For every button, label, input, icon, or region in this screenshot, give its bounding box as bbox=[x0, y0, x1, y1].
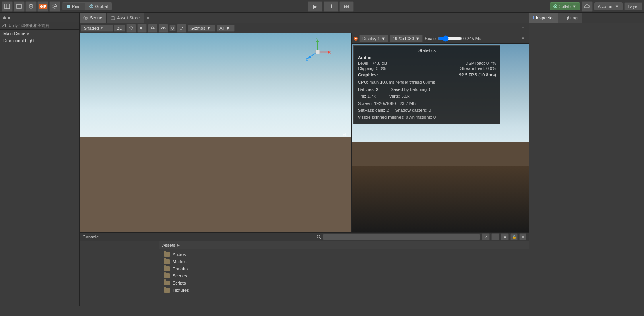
global-button[interactable]: Global bbox=[85, 3, 112, 10]
stats-setpass-row: SetPass calls: 2 Shadow casters: 0 bbox=[358, 107, 496, 114]
assets-file-list: Audios Models Prefabs Scenes bbox=[159, 249, 529, 306]
stats-cpu: CPU: main 10.8ms render thread 0.4ms bbox=[358, 79, 496, 86]
scene-ground bbox=[80, 137, 351, 232]
assets-search-input[interactable] bbox=[323, 234, 480, 240]
scene-effects-icon[interactable] bbox=[148, 24, 157, 33]
svg-rect-32 bbox=[316, 50, 320, 54]
tab-lighting[interactable]: Lighting bbox=[558, 13, 582, 23]
svg-rect-17 bbox=[111, 17, 115, 20]
gif-badge: GIF bbox=[39, 4, 47, 9]
right-tab-bar: ℹ Inspector Lighting bbox=[529, 13, 644, 23]
tab-inspector[interactable]: ℹ Inspector bbox=[529, 13, 558, 23]
tool-icon-settings[interactable] bbox=[49, 1, 60, 12]
pause-button[interactable]: ⏸ bbox=[324, 1, 338, 12]
scene-visibility-icon[interactable] bbox=[159, 24, 168, 33]
stats-tris-row: Tris: 1.7k Verts: 5.0k bbox=[358, 93, 496, 100]
folder-icon-prefabs bbox=[164, 266, 170, 271]
cloud-button[interactable] bbox=[582, 1, 593, 12]
stats-title: Statistics bbox=[358, 48, 496, 53]
asset-item-models[interactable]: Models bbox=[162, 258, 526, 265]
play-button[interactable]: ▶ bbox=[308, 1, 322, 12]
stats-detail: CPU: main 10.8ms render thread 0.4ms Bat… bbox=[358, 79, 496, 121]
shading-dropdown[interactable]: Shaded ▼ bbox=[81, 25, 113, 32]
tool-icon-3[interactable] bbox=[25, 1, 37, 12]
display-dropdown[interactable]: Display 1 ▼ bbox=[359, 35, 388, 42]
scene-audio-icon[interactable] bbox=[137, 24, 147, 33]
tool-icon-2[interactable] bbox=[14, 1, 25, 12]
scene-toolbar: Shaded ▼ 2D 0 Gizmos ▼ bbox=[80, 23, 529, 33]
resolution-dropdown[interactable]: 1920x1080 ▼ bbox=[390, 35, 422, 42]
scene-tab-menu[interactable]: ≡ bbox=[144, 13, 152, 23]
assets-menu-btn[interactable]: ≡ bbox=[519, 233, 526, 240]
all-dropdown[interactable]: All ▼ bbox=[217, 25, 235, 32]
folder-icon-scripts bbox=[164, 281, 170, 285]
2d-button[interactable]: 2D bbox=[114, 25, 125, 32]
scale-value: 0.245 bbox=[463, 36, 474, 41]
tab-scene[interactable]: Scene bbox=[80, 13, 107, 23]
stats-graphics-row: Graphics: 92.5 FPS (10.8ms) bbox=[358, 71, 496, 78]
svg-point-16 bbox=[85, 17, 87, 19]
scale-slider[interactable] bbox=[438, 36, 462, 41]
sidebar-item-light[interactable]: Directional Light bbox=[0, 37, 79, 44]
stats-clipping: Clipping: 0.0% bbox=[358, 66, 386, 71]
visibility-count: 0 bbox=[169, 25, 176, 31]
console-tab[interactable]: Console bbox=[80, 233, 159, 241]
search-icon bbox=[316, 235, 321, 239]
tab-bar-left: Scene Asset Store ≡ bbox=[80, 13, 529, 23]
tool-icon-group: GIF bbox=[2, 1, 60, 12]
asset-item-scripts[interactable]: Scripts bbox=[162, 279, 526, 287]
gizmos-dropdown[interactable]: Gizmos ▼ bbox=[188, 25, 215, 32]
lock-icon bbox=[2, 16, 6, 19]
sidebar-header: ≡ bbox=[0, 13, 79, 22]
left-sidebar: ≡ ε1. Unity性能优化相关前提 Main Camera Directio… bbox=[0, 13, 80, 306]
scene-toolbar-menu[interactable]: ≡ bbox=[519, 23, 527, 33]
stats-graphics-header: Graphics: bbox=[358, 72, 378, 77]
inspector-content bbox=[529, 23, 644, 306]
top-toolbar: GIF Pivot Global ▶ ⏸ ⏭ Collab ▼ bbox=[0, 0, 644, 13]
folder-icon-audios bbox=[164, 252, 170, 257]
assets-breadcrumb: Assets ▶ bbox=[159, 241, 529, 249]
sidebar-item-camera[interactable]: Main Camera bbox=[0, 30, 79, 37]
scale-label: Scale bbox=[424, 36, 437, 41]
bottom-area: Console ↗ ← ★ 🔒 ≡ bbox=[80, 232, 529, 306]
bottom-sidebar: Console bbox=[80, 233, 159, 306]
scene-view[interactable]: Y X Z ← Left bbox=[80, 33, 352, 232]
stats-batches-row: Batches: 2 Saved by batching: 0 bbox=[358, 86, 496, 93]
assets-toolbar: ↗ ← ★ 🔒 ≡ bbox=[159, 233, 529, 241]
assets-lock-btn[interactable]: 🔒 bbox=[510, 233, 518, 240]
assets-nav-back-btn[interactable]: ← bbox=[491, 233, 499, 240]
stats-level-row: Level: -74.8 dB DSP load: 0.7% bbox=[358, 61, 496, 66]
game-canvas[interactable]: Statistics Audio: Level: -74.8 dB DSP lo… bbox=[352, 44, 529, 232]
step-button[interactable]: ⏭ bbox=[339, 1, 354, 12]
assets-star-btn[interactable]: ★ bbox=[501, 233, 509, 240]
layer-button[interactable]: Layer bbox=[624, 2, 642, 10]
tool-icon-1[interactable] bbox=[2, 1, 13, 12]
collab-button[interactable]: Collab ▼ bbox=[550, 2, 580, 10]
scene-tab-icon bbox=[83, 16, 88, 20]
play-controls: ▶ ⏸ ⏭ bbox=[308, 1, 354, 12]
assets-refresh-btn[interactable]: ↗ bbox=[482, 233, 490, 240]
asset-item-scenes[interactable]: Scenes bbox=[162, 272, 526, 279]
scene-gizmo[interactable]: Y X Z bbox=[304, 38, 332, 66]
right-panel: ℹ Inspector Lighting bbox=[529, 13, 644, 306]
scene-light-icon[interactable] bbox=[126, 24, 136, 33]
svg-point-7 bbox=[54, 6, 56, 7]
asset-item-audios[interactable]: Audios bbox=[162, 251, 526, 258]
asset-item-textures[interactable]: Textures bbox=[162, 287, 526, 294]
pivot-global-group: Pivot Global bbox=[62, 2, 112, 10]
asset-item-prefabs[interactable]: Prefabs bbox=[162, 265, 526, 272]
scene-game-tab-bar: Scene Asset Store ≡ bbox=[80, 13, 529, 23]
gif-badge-btn[interactable]: GIF bbox=[37, 1, 48, 12]
scene-extra-icon[interactable] bbox=[177, 24, 186, 33]
stats-fps: 92.5 FPS (10.8ms) bbox=[459, 72, 496, 77]
svg-point-10 bbox=[68, 6, 69, 7]
stats-audio-header: Audio: bbox=[358, 55, 496, 60]
stats-shadow: Shadow casters: 0 bbox=[395, 108, 431, 112]
stats-tris: Tris: 1.7k bbox=[358, 94, 376, 99]
account-button[interactable]: Account ▼ bbox=[594, 2, 623, 10]
pivot-button[interactable]: Pivot bbox=[62, 3, 85, 10]
views-area: Y X Z ← Left bbox=[80, 33, 529, 232]
game-toolbar-menu[interactable]: ≡ bbox=[519, 33, 527, 43]
svg-rect-2 bbox=[17, 4, 21, 8]
tab-asset-store[interactable]: Asset Store bbox=[107, 13, 144, 23]
